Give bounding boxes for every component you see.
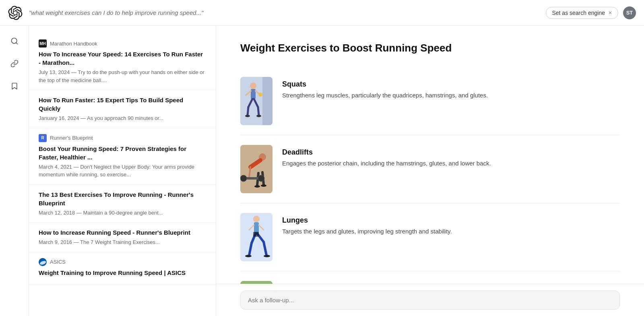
sources-panel: MH Marathon Handbook How To Increase You… xyxy=(29,26,216,316)
exercise-image-squats xyxy=(240,77,272,125)
source-header: R Runner's Blueprint xyxy=(39,134,206,142)
source-title: How To Run Faster: 15 Expert Tips To Bui… xyxy=(39,96,206,113)
source-title: How to Increase Running Speed - Runner's… xyxy=(39,228,206,237)
svg-point-25 xyxy=(254,185,260,188)
list-item[interactable]: The 13 Best Exercises To Improve Running… xyxy=(29,185,216,223)
exercise-name: Deadlifts xyxy=(282,148,620,157)
list-item[interactable]: How to Increase Running Speed - Runner's… xyxy=(29,223,216,252)
source-favicon: MH xyxy=(39,39,47,48)
source-name: ASICS xyxy=(50,259,66,265)
source-favicon xyxy=(39,258,47,266)
search-query-text: "what weight exercises can I do to help … xyxy=(29,9,546,16)
exercise-desc: Targets the legs and glutes, improving l… xyxy=(282,227,620,236)
svg-rect-6 xyxy=(251,89,256,99)
followup-input[interactable] xyxy=(240,291,620,310)
exercise-info-deadlifts: Deadlifts Engages the posterior chain, i… xyxy=(282,145,620,168)
svg-point-37 xyxy=(264,255,270,257)
source-snippet: March 4, 2021 — Don't Neglect the Upper … xyxy=(39,163,206,179)
exercise-item-lunges: Lunges Targets the legs and glutes, impr… xyxy=(240,203,620,271)
list-item[interactable]: R Runner's Blueprint Boost Your Running … xyxy=(29,128,216,185)
exercise-desc: Strengthens leg muscles, particularly th… xyxy=(282,91,620,100)
svg-point-23 xyxy=(240,175,247,182)
exercise-item-deadlifts: Deadlifts Engages the posterior chain, i… xyxy=(240,135,620,203)
sidebar-link-icon[interactable] xyxy=(7,56,22,71)
exercise-item-4 xyxy=(240,271,620,284)
exercise-image-deadlifts xyxy=(240,145,272,193)
set-search-engine-label: Set as search engine xyxy=(552,10,605,16)
svg-point-28 xyxy=(253,216,260,222)
exercise-name: Squats xyxy=(282,80,620,89)
exercise-image-lunges xyxy=(240,213,272,261)
set-search-engine-button[interactable]: Set as search engine ✕ xyxy=(546,7,618,19)
svg-point-15 xyxy=(258,93,262,97)
exercise-item-squats: Squats Strengthens leg muscles, particul… xyxy=(240,67,620,135)
svg-point-2 xyxy=(39,260,47,265)
exercise-info-lunges: Lunges Targets the legs and glutes, impr… xyxy=(282,213,620,236)
source-name: Runner's Blueprint xyxy=(50,135,93,141)
close-search-engine-icon[interactable]: ✕ xyxy=(608,10,612,16)
sidebar-bookmark-icon[interactable] xyxy=(7,79,22,93)
svg-rect-4 xyxy=(262,77,272,125)
svg-point-13 xyxy=(245,115,250,117)
source-header: MH Marathon Handbook xyxy=(39,39,206,48)
list-item[interactable]: MH Marathon Handbook How To Increase You… xyxy=(29,34,216,90)
source-favicon: R xyxy=(39,134,47,142)
svg-point-14 xyxy=(256,115,261,117)
exercise-image-4 xyxy=(240,281,272,284)
sidebar-search-icon[interactable] xyxy=(7,34,22,48)
icon-sidebar xyxy=(0,26,29,316)
source-title: Boost Your Running Speed: 7 Proven Strat… xyxy=(39,145,206,161)
svg-point-24 xyxy=(258,175,264,182)
exercise-name: Lunges xyxy=(282,216,620,225)
svg-rect-29 xyxy=(254,222,259,233)
svg-point-36 xyxy=(245,255,252,257)
svg-point-5 xyxy=(250,83,256,89)
source-name: Marathon Handbook xyxy=(50,41,97,47)
results-panel: Weight Exercises to Boost Running Speed xyxy=(216,26,644,284)
avatar[interactable]: ST xyxy=(623,6,636,19)
source-snippet: July 13, 2024 — Try to do the push-up wi… xyxy=(39,68,206,84)
list-item[interactable]: ASICS Weight Training to Improve Running… xyxy=(29,252,216,285)
source-title: The 13 Best Exercises To Improve Running… xyxy=(39,190,206,207)
followup-bar xyxy=(216,284,644,316)
source-snippet: March 12, 2018 — Maintain a 90-degree an… xyxy=(39,209,206,217)
openai-logo xyxy=(8,6,23,20)
svg-rect-39 xyxy=(240,281,272,284)
exercise-desc: Engages the posterior chain, including t… xyxy=(282,159,620,168)
main-layout: MH Marathon Handbook How To Increase You… xyxy=(0,26,644,316)
svg-line-1 xyxy=(16,43,17,44)
source-snippet: January 16, 2024 — As you approach 90 mi… xyxy=(39,114,206,122)
header: "what weight exercises can I do to help … xyxy=(0,0,644,26)
svg-line-12 xyxy=(258,107,259,115)
source-header: ASICS xyxy=(39,258,206,266)
exercise-info-squats: Squats Strengthens leg muscles, particul… xyxy=(282,77,620,100)
source-title: Weight Training to Improve Running Speed… xyxy=(39,268,206,277)
svg-line-11 xyxy=(248,107,248,115)
results-title: Weight Exercises to Boost Running Speed xyxy=(240,42,620,54)
source-title: How To Increase Your Speed: 14 Exercises… xyxy=(39,50,206,67)
svg-rect-38 xyxy=(253,232,259,237)
svg-point-26 xyxy=(261,184,266,187)
source-snippet: March 9, 2016 — The 7 Weight Training Ex… xyxy=(39,238,206,246)
list-item[interactable]: How To Run Faster: 15 Expert Tips To Bui… xyxy=(29,90,216,128)
